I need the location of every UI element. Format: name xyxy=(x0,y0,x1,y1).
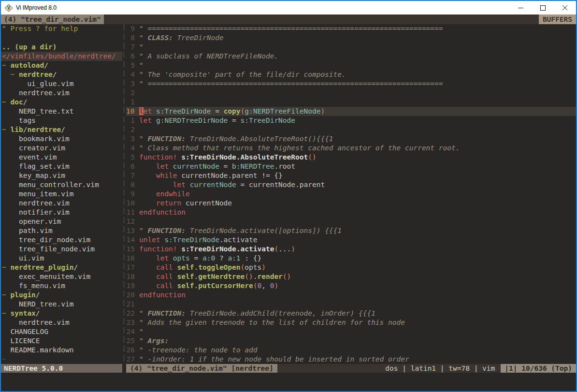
code-line[interactable]: 5function! s:TreeDirNode.AbsoluteTreeRoo… xyxy=(126,153,576,162)
command-line[interactable] xyxy=(1,373,576,391)
code-segment: " Press ? for help xyxy=(2,25,78,32)
maximize-button[interactable] xyxy=(532,1,554,15)
code-line[interactable]: 9" =====================================… xyxy=(126,24,576,33)
code-line[interactable]: 2 xyxy=(126,125,576,134)
tree-row[interactable]: " Press ? for help xyxy=(1,24,122,33)
code-line[interactable]: 6" A subclass of NERDTreeFileNode. xyxy=(126,52,576,61)
code-line[interactable]: 8" CLASS: TreeDirNode xyxy=(126,33,576,43)
code-line[interactable]: 4" The 'composite' part of the file/dir … xyxy=(126,70,576,79)
code-line[interactable]: 21 xyxy=(126,300,576,309)
tree-row[interactable]: </vimfiles/bundle/nerdtree/ xyxy=(1,52,122,61)
code-line[interactable]: 22" FUNCTION: TreeDirNode.addChild(treen… xyxy=(126,309,576,318)
tree-row[interactable]: README.markdown xyxy=(1,346,122,355)
code-line[interactable]: 20endfunction xyxy=(126,290,576,300)
tree-row[interactable]: ui_glue.vim xyxy=(1,79,122,88)
tree-row[interactable]: tags xyxy=(1,116,122,125)
code-line[interactable]: 23" Adds the given treenode to the list … xyxy=(126,318,576,327)
nerdtree-sidebar[interactable]: " Press ? for help.. (up a dir)</vimfile… xyxy=(1,24,122,364)
code-line[interactable]: 3" FUNCTION: TreeDirNode.AbsoluteTreeRoo… xyxy=(126,134,576,144)
vim-icon[interactable]: V xyxy=(5,4,13,12)
tree-row[interactable]: tree_file_node.vim xyxy=(1,245,122,254)
tree-row[interactable]: ~ nerdtree/ xyxy=(1,70,122,79)
tree-row[interactable]: path.vim xyxy=(1,226,122,235)
tree-row[interactable]: fs_menu.vim xyxy=(1,281,122,290)
line-number: 5 xyxy=(126,61,135,70)
tree-row[interactable]: nerdtree.vim xyxy=(1,199,122,208)
code-line[interactable]: 24" xyxy=(126,327,576,336)
tree-row[interactable]: LICENCE xyxy=(1,336,122,346)
code-line[interactable]: 4" Class method that returns the highest… xyxy=(126,144,576,153)
code-line[interactable]: 2 xyxy=(126,88,576,98)
code-line[interactable]: 1let g:NERDTreeDirNode = s:TreeDirNode xyxy=(126,116,576,125)
code-line[interactable]: 19 call self.putCursorHere(0, 0) xyxy=(126,281,576,290)
code-line[interactable]: 11endfunction xyxy=(126,208,576,217)
code-text: let g:NERDTreeDirNode = s:TreeDirNode xyxy=(139,116,295,125)
tree-row[interactable]: event.vim xyxy=(1,153,122,162)
code-line[interactable]: 16 let opts = a:0 ? a:1 : {} xyxy=(126,254,576,263)
tree-row[interactable]: ui.vim xyxy=(1,254,122,263)
code-text: " ======================================… xyxy=(139,79,443,88)
code-line[interactable]: 26" -treenode: the node to add xyxy=(126,346,576,355)
code-line[interactable]: 10let s:TreeDirNode = copy(g:NERDTreeFil… xyxy=(126,107,576,116)
code-segment: event.vim xyxy=(2,153,57,161)
code-line[interactable]: 7 while currentNode.parent != {} xyxy=(126,171,576,180)
tree-row[interactable]: ~ doc/ xyxy=(1,98,122,107)
code-line[interactable]: 1 xyxy=(126,98,576,107)
code-area[interactable]: 9" =====================================… xyxy=(126,24,576,364)
code-line[interactable]: 17 call self.toggleOpen(opts) xyxy=(126,263,576,272)
code-segment: " ======================================… xyxy=(139,80,443,87)
code-segment: ? xyxy=(215,254,228,262)
buffer-tab[interactable]: (4) "tree_dir_node.vim" xyxy=(1,15,104,24)
code-line[interactable]: 18 call self.getNerdtree().render() xyxy=(126,272,576,281)
tree-row[interactable]: creator.vim xyxy=(1,144,122,153)
tree-row[interactable]: ~ nerdtree_plugin/ xyxy=(1,263,122,272)
tree-row[interactable]: ~ syntax/ xyxy=(1,309,122,318)
code-line[interactable]: 12 xyxy=(126,217,576,226)
tree-row[interactable]: nerdtree.vim xyxy=(1,88,122,98)
tree-row[interactable]: nerdtree.vim xyxy=(1,318,122,327)
code-segment: getNerdtree xyxy=(198,273,245,280)
code-line[interactable]: 3" =====================================… xyxy=(126,79,576,88)
code-line[interactable]: 8 let currentNode = currentNode.parent xyxy=(126,180,576,189)
code-segment: key_map.vim xyxy=(2,172,65,179)
tree-row[interactable]: ~ plugin/ xyxy=(1,290,122,300)
code-line[interactable]: 5" xyxy=(126,61,576,70)
code-segment: nerdtree.vim xyxy=(2,199,70,207)
titlebar[interactable]: V Vi IMproved 8.0 xyxy=(1,1,576,15)
tree-row[interactable]: exec_menuitem.vim xyxy=(1,272,122,281)
tree-row[interactable]: .. (up a dir) xyxy=(1,43,122,52)
tree-row[interactable]: menu_controller.vim xyxy=(1,180,122,189)
tree-row[interactable]: flag_set.vim xyxy=(1,162,122,171)
window-separator[interactable] xyxy=(122,24,126,364)
tree-row[interactable]: key_map.vim xyxy=(1,171,122,180)
line-number: 20 xyxy=(126,290,135,300)
close-button[interactable] xyxy=(554,1,576,15)
code-segment xyxy=(139,273,156,280)
tree-row[interactable] xyxy=(1,33,122,43)
code-line[interactable]: 13" FUNCTION: TreeDirNode.activate([opti… xyxy=(126,226,576,235)
tree-row[interactable]: ~ autoload/ xyxy=(1,61,122,70)
tree-row[interactable]: ~ xyxy=(1,355,122,364)
tree-row[interactable]: opener.vim xyxy=(1,217,122,226)
code-line[interactable]: 10 return currentNode xyxy=(126,199,576,208)
minimize-button[interactable] xyxy=(509,1,532,15)
code-line[interactable]: 27" -inOrder: 1 if the new node should b… xyxy=(126,355,576,364)
tree-row[interactable]: tree_dir_node.vim xyxy=(1,235,122,245)
code-line[interactable]: 15function! s:TreeDirNode.activate(...) xyxy=(126,245,576,254)
tabline-fill xyxy=(104,15,539,24)
tree-row[interactable]: ~ lib/nerdtree/ xyxy=(1,125,122,134)
tree-row[interactable]: CHANGELOG xyxy=(1,327,122,336)
tree-row[interactable]: notifier.vim xyxy=(1,208,122,217)
code-line[interactable]: 25" Args: xyxy=(126,336,576,346)
code-segment: exec_menuitem.vim xyxy=(2,273,90,280)
line-number: 18 xyxy=(126,272,135,281)
code-line[interactable]: 7" xyxy=(126,43,576,52)
tree-row[interactable]: NERD_tree.txt xyxy=(1,107,122,116)
code-line[interactable]: 9 endwhile xyxy=(126,189,576,199)
tree-row[interactable]: bookmark.vim xyxy=(1,134,122,144)
tree-row[interactable]: menu_item.vim xyxy=(1,189,122,199)
tree-row[interactable]: NERD_tree.vim xyxy=(1,300,122,309)
code-line[interactable]: 6 let currentNode = b:NERDTree.root xyxy=(126,162,576,171)
code-segment xyxy=(169,254,173,262)
code-line[interactable]: 14unlet s:TreeDirNode.activate xyxy=(126,235,576,245)
